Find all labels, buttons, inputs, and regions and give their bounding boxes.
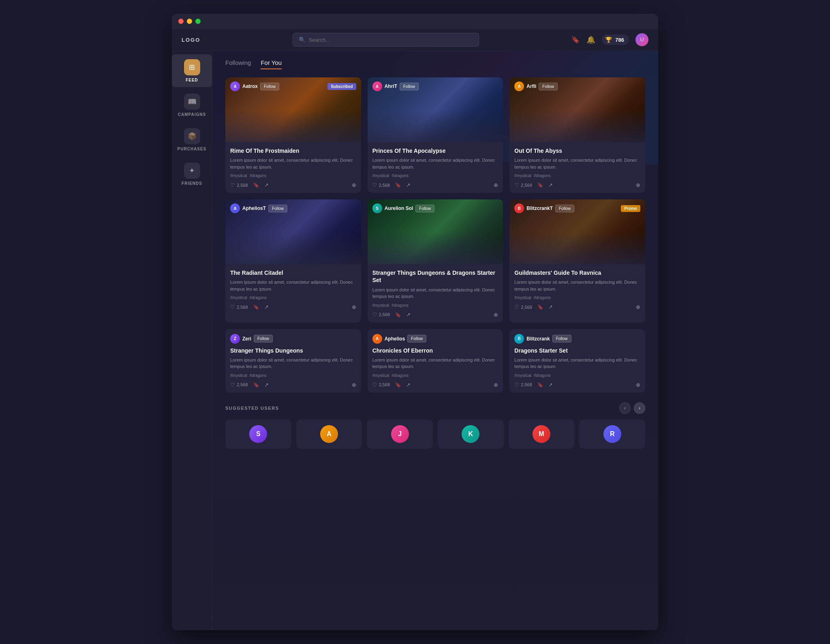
share-action[interactable]: ↗: [548, 382, 553, 388]
follow-button[interactable]: Follow: [254, 335, 273, 342]
like-count: 2,568: [521, 305, 532, 310]
share-action[interactable]: ↗: [264, 304, 269, 310]
card-image: A Aatrox Follow Subscribed: [225, 77, 361, 142]
search-input[interactable]: [309, 37, 473, 43]
follow-button[interactable]: Follow: [400, 83, 419, 90]
like-count: 2,568: [237, 183, 248, 188]
like-action[interactable]: ♡ 2,568: [514, 182, 532, 188]
follow-button[interactable]: Follow: [415, 205, 434, 212]
like-action[interactable]: ♡ 2,568: [230, 382, 248, 388]
add-action[interactable]: ⊕: [494, 182, 498, 188]
bookmark-action[interactable]: 🔖: [395, 312, 401, 318]
add-action[interactable]: ⊕: [636, 182, 640, 188]
suggested-user-6[interactable]: R: [579, 419, 645, 449]
sidebar-item-friends[interactable]: ✦ FRIENDS: [172, 158, 212, 190]
bookmark-action[interactable]: 🔖: [253, 304, 259, 310]
card-author-name: AhriT: [385, 83, 397, 89]
card-description: Lorem ipsum dolor sit amet, consectetur …: [230, 279, 356, 292]
add-action[interactable]: ⊕: [352, 304, 356, 310]
suggested-user-2[interactable]: A: [296, 419, 362, 449]
share-action[interactable]: ↗: [264, 182, 269, 188]
sidebar-item-campaigns[interactable]: 📖 CAMPAIGNS: [172, 89, 212, 122]
share-action[interactable]: ↗: [264, 382, 269, 388]
card-3[interactable]: A Arfli Follow Out Of The Abyss Lorem ip…: [509, 77, 645, 193]
card-header: A Aatrox Follow Subscribed: [230, 81, 356, 91]
card-footer: ♡ 2,568 🔖 ↗ ⊕: [372, 182, 498, 188]
share-action[interactable]: ↗: [548, 182, 553, 188]
follow-button[interactable]: Follow: [539, 83, 558, 90]
add-action[interactable]: ⊕: [636, 382, 640, 388]
suggested-user-5[interactable]: M: [509, 419, 575, 449]
bookmark-action[interactable]: 🔖: [537, 382, 543, 388]
bookmark-icon: 🔖: [395, 182, 401, 188]
like-action[interactable]: ♡ 2,568: [514, 304, 532, 310]
follow-button[interactable]: Follow: [260, 83, 279, 90]
bookmark-icon[interactable]: 🔖: [571, 35, 580, 44]
card-5[interactable]: S Aurelion Sol Follow Stranger Things Du…: [368, 199, 503, 322]
suggested-user-1[interactable]: S: [225, 419, 291, 449]
card-author-row: A Aphelios Follow: [372, 334, 498, 344]
notification-icon[interactable]: 🔔: [586, 35, 595, 44]
follow-button[interactable]: Follow: [268, 205, 287, 212]
card-author: A AhriT Follow: [372, 81, 419, 91]
user-avatar[interactable]: U: [635, 33, 648, 46]
tab-following[interactable]: Following: [225, 59, 251, 69]
tab-for-you[interactable]: For You: [261, 59, 282, 69]
follow-button[interactable]: Follow: [552, 335, 571, 342]
suggested-avatar: M: [533, 425, 550, 443]
card-author-name: Aurelion Sol: [385, 205, 413, 211]
like-action[interactable]: ♡ 2,568: [230, 304, 248, 310]
bookmark-action[interactable]: 🔖: [537, 182, 543, 188]
add-action[interactable]: ⊕: [352, 382, 356, 388]
nav-next-button[interactable]: ›: [634, 402, 645, 414]
bookmark-action[interactable]: 🔖: [537, 304, 543, 310]
suggested-avatar: K: [462, 425, 479, 443]
sidebar-item-feed[interactable]: ⊞ FEED: [172, 54, 212, 87]
share-action[interactable]: ↗: [406, 312, 411, 318]
add-action[interactable]: ⊕: [494, 312, 498, 318]
card-tags: #mystical#dragons: [514, 373, 640, 378]
card-8[interactable]: A Aphelios Follow Chronicles Of Eberron …: [368, 329, 503, 393]
card-avatar: A: [372, 334, 382, 344]
close-button[interactable]: [178, 19, 184, 24]
card-7[interactable]: Z Zeri Follow Stranger Things Dungeons L…: [225, 329, 361, 393]
suggested-user-3[interactable]: J: [367, 419, 433, 449]
card-9[interactable]: B Blitzcrank Follow Dragons Starter Set …: [509, 329, 645, 393]
card-4[interactable]: A ApheliosT Follow The Radiant Citadel L…: [225, 199, 361, 322]
like-action[interactable]: ♡ 2,568: [372, 182, 390, 188]
card-1[interactable]: A Aatrox Follow Subscribed Rime Of The F…: [225, 77, 361, 193]
add-action[interactable]: ⊕: [494, 382, 498, 388]
maximize-button[interactable]: [195, 19, 201, 24]
suggested-user-4[interactable]: K: [438, 419, 504, 449]
bookmark-action[interactable]: 🔖: [395, 382, 401, 388]
share-action[interactable]: ↗: [406, 182, 411, 188]
suggested-header: SUGGESTED USERS ‹ ›: [225, 402, 645, 414]
follow-button[interactable]: Follow: [555, 205, 574, 212]
like-action[interactable]: ♡ 2,568: [372, 312, 390, 318]
like-action[interactable]: ♡ 2,568: [230, 182, 248, 188]
follow-button[interactable]: Follow: [407, 335, 426, 342]
card-author-name: Arfli: [526, 83, 536, 89]
add-icon: ⊕: [352, 382, 356, 388]
bookmark-action[interactable]: 🔖: [253, 382, 259, 388]
minimize-button[interactable]: [187, 19, 192, 24]
bookmark-action[interactable]: 🔖: [395, 182, 401, 188]
search-bar[interactable]: 🔍: [293, 33, 479, 47]
card-6[interactable]: B BlitzcrankT Follow Promo Guildmasters'…: [509, 199, 645, 322]
card-2[interactable]: A AhriT Follow Princes Of The Apocalypse…: [368, 77, 503, 193]
add-action[interactable]: ⊕: [352, 182, 356, 188]
like-action[interactable]: ♡ 2,568: [372, 382, 390, 388]
sidebar-item-purchases[interactable]: 📦 PURCHASES: [172, 123, 212, 156]
bookmark-action[interactable]: 🔖: [253, 182, 259, 188]
like-action[interactable]: ♡ 2,568: [514, 382, 532, 388]
add-action[interactable]: ⊕: [636, 304, 640, 310]
card-body: Guildmasters' Guide To Ravnica Lorem ips…: [509, 264, 645, 315]
like-icon: ♡: [372, 182, 377, 188]
card-avatar: A: [230, 203, 240, 213]
share-action[interactable]: ↗: [548, 304, 553, 310]
like-count: 2,568: [521, 183, 532, 188]
card-footer: ♡ 2,568 🔖 ↗ ⊕: [514, 304, 640, 310]
like-icon: ♡: [230, 382, 235, 388]
nav-prev-button[interactable]: ‹: [619, 402, 631, 414]
share-action[interactable]: ↗: [406, 382, 411, 388]
